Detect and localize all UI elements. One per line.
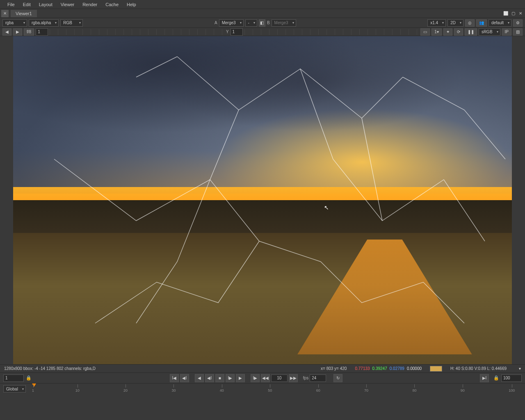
timeline: Global 1 10 20 30 40 50 60 70 80 90 100 <box>0 383 525 396</box>
stripes-icon[interactable]: ▨ <box>513 28 523 36</box>
next-icon[interactable]: ▶ <box>13 28 22 36</box>
timeline-tick: 40 <box>220 388 224 393</box>
gain-slider[interactable] <box>50 29 224 35</box>
loop-button[interactable]: ↻ <box>333 374 342 382</box>
zoom-dropdown[interactable]: x1.4 <box>427 19 446 27</box>
menu-render[interactable]: Render <box>78 2 101 7</box>
step-back-button[interactable]: ◀I <box>205 374 214 382</box>
pixel-green-value: 0.39247 <box>372 366 387 371</box>
people-icon[interactable]: 👥 <box>476 19 487 27</box>
playhead-icon[interactable] <box>32 383 36 387</box>
image-info-text: 1280x800 bbox: -4 -14 1285 802 channels:… <box>4 366 96 371</box>
timeline-tick: 60 <box>316 388 320 393</box>
lut-dropdown[interactable]: sRGB <box>479 28 500 36</box>
pixel-coords: x= 803 y= 420 <box>321 366 347 371</box>
stereo-icon[interactable]: ◎ <box>465 19 475 27</box>
close-panel-icon[interactable]: ✕ <box>518 11 523 16</box>
settings-icon[interactable]: ⚙ <box>513 19 523 27</box>
pixel-hsv-value: H: 40 S:0.80 V:0.89 L: 0.44669 <box>450 366 507 371</box>
fstop-input[interactable] <box>36 28 48 36</box>
input-b-dropdown[interactable]: Merge3 <box>272 19 296 27</box>
menu-cache[interactable]: Cache <box>101 2 123 7</box>
input-a-dropdown[interactable]: Merge3 <box>219 19 244 27</box>
pixel-red-value: 0.77133 <box>355 366 370 371</box>
ip-button[interactable]: IP <box>502 28 511 36</box>
pixel-alpha-value: 0.00000 <box>407 366 422 371</box>
menu-viewer[interactable]: Viewer <box>57 2 78 7</box>
menu-help[interactable]: Help <box>123 2 140 7</box>
wipe-dropdown[interactable]: - <box>245 19 257 27</box>
viewer-preset-dropdown[interactable]: default <box>488 19 511 27</box>
prev-keyframe-button[interactable]: ◀I <box>180 374 189 382</box>
gamma-y-label: Y <box>226 30 229 34</box>
play-forward-button[interactable]: ▶ <box>236 374 245 382</box>
channel-dropdown[interactable]: rgba.alpha <box>29 19 59 27</box>
gamma-input[interactable] <box>231 28 243 36</box>
input-b-toggle[interactable]: ◧ <box>259 19 265 27</box>
viewer-toolbar-second: ◀ ▶ f/8 Y ▭ 1 ▾ ✦ ⟳ ❚❚ sRGB IP ▨ <box>0 28 525 36</box>
prev-icon[interactable]: ◀ <box>2 28 11 36</box>
timeline-tick: 50 <box>268 388 272 393</box>
playback-bar: 🔒 I◀ ◀I ◀ ◀I ■ I▶ ▶ I▶ ◀◀ ▶▶ fps ↻ ▶I 🔒 <box>0 372 525 383</box>
step-forward-button[interactable]: I▶ <box>226 374 235 382</box>
timeline-tick: 10 <box>75 388 80 393</box>
clip-icon[interactable]: ▭ <box>420 28 430 36</box>
viewer-toolbar-top: rgba rgba.alpha RGB A Merge3 - ◧ B Merge… <box>0 18 525 28</box>
tab-viewer1[interactable]: Viewer1 <box>11 10 37 17</box>
refresh-icon[interactable]: ⟳ <box>454 28 463 36</box>
menu-file[interactable]: File <box>3 2 19 7</box>
input-b-label: B <box>267 21 270 25</box>
pixel-blue-value: 0.02789 <box>390 366 404 371</box>
lock-end-icon[interactable]: 🔒 <box>493 374 500 382</box>
timeline-tick: 70 <box>364 388 368 393</box>
play-backward-button[interactable]: ◀ <box>195 374 204 382</box>
first-frame-button[interactable]: I◀ <box>170 374 179 382</box>
menu-layout[interactable]: Layout <box>35 2 57 7</box>
fps-label: fps <box>303 376 308 380</box>
menu-bar: File Edit Layout Viewer Render Cache Hel… <box>0 0 525 9</box>
gamma-slider[interactable] <box>244 29 419 35</box>
viewer-canvas[interactable]: ↖ <box>13 36 512 364</box>
menu-edit[interactable]: Edit <box>19 2 35 7</box>
maximize-panel-icon[interactable]: ▢ <box>510 11 516 16</box>
next-keyframe-button[interactable]: I▶ <box>251 374 260 382</box>
status-bar: 1280x800 bbox: -4 -14 1285 802 channels:… <box>0 364 525 372</box>
timeline-tick: 80 <box>412 388 416 393</box>
color-swatch <box>430 366 442 372</box>
mouse-cursor-icon: ↖ <box>324 204 329 211</box>
tab-bar: ✕ Viewer1 ⬜ ▢ ✕ <box>0 9 525 18</box>
proxy-dropdown[interactable]: 1 ▾ <box>431 28 442 36</box>
expand-icon[interactable]: ▾ <box>519 366 521 371</box>
current-frame-input[interactable] <box>271 374 288 382</box>
roi-icon[interactable]: ✦ <box>443 28 452 36</box>
last-frame-button[interactable]: ▶I <box>480 374 489 382</box>
timeline-tick: 100 <box>509 388 515 393</box>
lock-icon[interactable]: 🔒 <box>25 374 32 382</box>
fstop-button[interactable]: f/8 <box>24 28 34 36</box>
timeline-tick: 90 <box>461 388 465 393</box>
timeline-tick: 30 <box>171 388 176 393</box>
prev-increment-button[interactable]: ◀◀ <box>261 374 270 382</box>
float-panel-icon[interactable]: ⬜ <box>503 11 509 16</box>
timeline-tick: 20 <box>123 388 128 393</box>
timeline-tick: 1 <box>32 388 34 393</box>
timeline-mode-dropdown[interactable]: Global <box>3 385 26 393</box>
timeline-track[interactable]: 1 10 20 30 40 50 60 70 80 90 100 <box>32 383 514 395</box>
view-mode-dropdown[interactable]: 2D <box>447 19 463 27</box>
fps-input[interactable] <box>310 374 326 382</box>
colorspace-dropdown[interactable]: RGB <box>60 19 83 27</box>
stop-button[interactable]: ■ <box>215 374 224 382</box>
pause-icon[interactable]: ❚❚ <box>465 28 477 36</box>
next-increment-button[interactable]: ▶▶ <box>289 374 298 382</box>
input-a-label: A <box>215 21 217 25</box>
close-tab-icon[interactable]: ✕ <box>1 10 9 17</box>
frame-range-end-input[interactable] <box>501 374 522 382</box>
layer-dropdown[interactable]: rgba <box>2 19 27 27</box>
frame-range-start-input[interactable] <box>3 374 24 382</box>
